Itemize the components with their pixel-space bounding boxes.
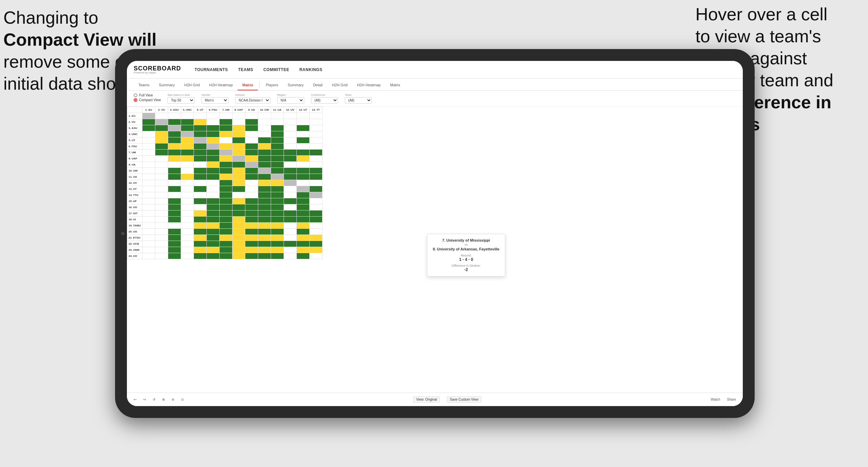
matrix-cell[interactable] [284, 150, 296, 156]
matrix-cell[interactable] [181, 113, 194, 119]
matrix-cell[interactable] [258, 137, 271, 143]
zoom-out-button[interactable]: ⊖ [172, 398, 174, 401]
matrix-cell[interactable] [142, 113, 155, 119]
reset-button[interactable]: ⊙ [181, 398, 184, 401]
matrix-cell[interactable] [194, 143, 206, 150]
matrix-cell[interactable] [168, 229, 181, 235]
matrix-cell[interactable] [155, 235, 168, 241]
matrix-cell[interactable] [142, 168, 155, 174]
matrix-cell[interactable] [181, 198, 194, 204]
matrix-cell[interactable] [194, 235, 206, 241]
matrix-cell[interactable] [296, 113, 309, 119]
matrix-cell[interactable] [284, 137, 296, 143]
matrix-cell[interactable] [309, 204, 322, 210]
view-original-button[interactable]: View: Original [413, 396, 440, 403]
matrix-cell[interactable] [284, 223, 296, 229]
matrix-cell[interactable] [206, 113, 219, 119]
matrix-cell[interactable] [309, 210, 322, 217]
matrix-cell[interactable] [206, 198, 219, 204]
share-button[interactable]: Share [727, 398, 736, 401]
matrix-cell[interactable] [245, 223, 258, 229]
matrix-cell[interactable] [168, 217, 181, 223]
matrix-cell[interactable] [181, 192, 194, 198]
matrix-cell[interactable] [181, 150, 194, 156]
matrix-cell[interactable] [309, 229, 322, 235]
matrix-cell[interactable] [181, 137, 194, 143]
matrix-cell[interactable] [258, 119, 271, 125]
matrix-cell[interactable] [245, 229, 258, 235]
matrix-cell[interactable] [194, 247, 206, 253]
tab-matrix2[interactable]: Matrix [385, 80, 405, 90]
tab-h2h-heatmap2[interactable]: H2H Heatmap [352, 80, 385, 90]
matrix-cell[interactable] [271, 113, 284, 119]
matrix-cell[interactable] [258, 229, 271, 235]
matrix-cell[interactable] [194, 210, 206, 217]
matrix-cell[interactable] [219, 247, 232, 253]
matrix-cell[interactable] [155, 229, 168, 235]
matrix-cell[interactable] [296, 168, 309, 174]
matrix-cell[interactable] [168, 223, 181, 229]
matrix-cell[interactable] [271, 137, 284, 143]
tab-teams[interactable]: Teams [134, 80, 154, 90]
matrix-cell[interactable] [142, 229, 155, 235]
nav-rankings[interactable]: RANKINGS [299, 67, 322, 72]
matrix-cell[interactable] [155, 162, 168, 168]
matrix-cell[interactable] [232, 180, 245, 186]
matrix-cell[interactable] [181, 229, 194, 235]
compact-view-radio[interactable] [134, 98, 137, 102]
matrix-cell[interactable] [284, 174, 296, 180]
matrix-cell[interactable] [309, 143, 322, 150]
matrix-cell[interactable] [284, 125, 296, 131]
matrix-cell[interactable] [155, 180, 168, 186]
tab-matrix1[interactable]: Matrix [238, 80, 258, 90]
matrix-cell[interactable] [245, 162, 258, 168]
matrix-cell[interactable] [181, 253, 194, 259]
tab-summary2[interactable]: Summary [283, 80, 308, 90]
matrix-cell[interactable] [219, 174, 232, 180]
matrix-cell[interactable] [232, 204, 245, 210]
tab-h2h-grid2[interactable]: H2H Grid [327, 80, 352, 90]
matrix-cell[interactable] [194, 192, 206, 198]
matrix-cell[interactable] [296, 253, 309, 259]
matrix-cell[interactable] [296, 241, 309, 247]
matrix-cell[interactable] [206, 229, 219, 235]
matrix-cell[interactable] [168, 247, 181, 253]
matrix-cell[interactable] [194, 119, 206, 125]
nav-committee[interactable]: COMMITTEE [263, 67, 289, 72]
matrix-cell[interactable] [142, 131, 155, 137]
matrix-cell[interactable] [206, 192, 219, 198]
matrix-cell[interactable] [258, 253, 271, 259]
matrix-cell[interactable] [258, 204, 271, 210]
filter-gender-select[interactable]: Men's [201, 97, 228, 104]
matrix-cell[interactable] [155, 247, 168, 253]
matrix-cell[interactable] [232, 223, 245, 229]
matrix-cell[interactable] [142, 162, 155, 168]
matrix-cell[interactable] [181, 235, 194, 241]
matrix-cell[interactable] [284, 119, 296, 125]
matrix-cell[interactable] [219, 210, 232, 217]
matrix-cell[interactable] [245, 253, 258, 259]
matrix-cell[interactable] [168, 253, 181, 259]
matrix-cell[interactable] [284, 247, 296, 253]
matrix-cell[interactable] [155, 198, 168, 204]
matrix-cell[interactable] [155, 119, 168, 125]
matrix-cell[interactable] [194, 162, 206, 168]
matrix-cell[interactable] [206, 223, 219, 229]
matrix-cell[interactable] [206, 137, 219, 143]
matrix-cell[interactable] [206, 186, 219, 192]
matrix-cell[interactable] [155, 131, 168, 137]
matrix-cell[interactable] [271, 235, 284, 241]
matrix-cell[interactable] [181, 247, 194, 253]
matrix-cell[interactable] [142, 223, 155, 229]
matrix-cell[interactable] [232, 131, 245, 137]
matrix-cell[interactable] [296, 192, 309, 198]
matrix-cell[interactable] [232, 217, 245, 223]
matrix-cell[interactable] [219, 241, 232, 247]
matrix-cell[interactable] [245, 235, 258, 241]
matrix-cell[interactable] [245, 247, 258, 253]
matrix-cell[interactable] [309, 247, 322, 253]
matrix-cell[interactable] [194, 137, 206, 143]
matrix-cell[interactable] [206, 210, 219, 217]
matrix-cell[interactable] [194, 180, 206, 186]
matrix-cell[interactable] [245, 137, 258, 143]
